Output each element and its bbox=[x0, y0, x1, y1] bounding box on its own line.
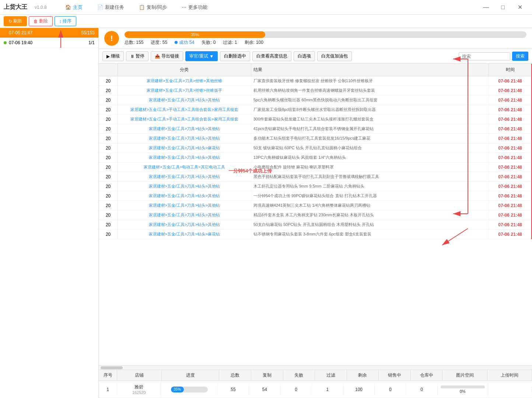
category-link[interactable]: 家居建材>五金/工具>刀具>钻头>其他钻 bbox=[149, 174, 220, 179]
cell-time: 07-06 21:48 bbox=[489, 163, 532, 172]
cell-result: 木工斜孔定位器专用钻头 9mm 9.5mm 二阶麻花钻 六角柄钻头 bbox=[251, 182, 489, 191]
bth-shop: 店铺 bbox=[117, 370, 162, 381]
result-link[interactable]: 精品6件套木盒装 木工六角柄支罗钻 230mm长麻花钻 木板开孔钻头 bbox=[253, 213, 374, 217]
cell-num: 20 bbox=[99, 191, 118, 201]
category-link[interactable]: 家居建材>五金/工具>刀具>丝锥>其他丝锥 bbox=[147, 78, 222, 83]
th-num bbox=[99, 64, 118, 76]
bottom-table-header: 序号 店铺 进度 总数 复制 失败 过滤 剩余 销售中 仓库中 图片空间 上传时… bbox=[99, 370, 532, 381]
cell-result: 黑色手捻钻配麻花钻套装手动打孔工具刻刻盒子管撸玻璃核触打眼工具 bbox=[251, 172, 489, 182]
category-link[interactable]: 家居建材>五金/工具>刀具>钻头>麻花钻 bbox=[149, 232, 220, 236]
white-view-button[interactable]: 白查看高度信息 bbox=[252, 51, 291, 61]
result-link[interactable]: 多功能木工钻头组套手电钻打孔工具套装批发16/15/9pcs建工麻花 bbox=[253, 136, 371, 140]
action-row: ▶ 继续 ⏸ 暂停 📤 导出链接 审官/重试 ▼ 白删除选中 白查看高度信息 bbox=[99, 49, 532, 64]
result-link[interactable]: 机用丝锥六角柄钻攻倒角一件复合丝锥高速钢螺旋开牙套丝钻头套装 bbox=[253, 88, 375, 92]
table-row: 20 家居建材>五金/工具>刀具>钻头>麻花钻 50支 镀钛麻花钻 60PC 钻… bbox=[99, 143, 532, 153]
search-wrap: 搜索 bbox=[459, 52, 528, 61]
nav-copy-sync[interactable]: 📋 复制/同步 bbox=[132, 0, 175, 15]
table-row: 20 家居建材>五金/工具>刀具>钻头>其他钻 41pcs含钻麻花钻头手电钻打孔… bbox=[99, 124, 532, 134]
task-count-0: 55/155 bbox=[81, 30, 95, 35]
table-row: 20 家居建材>五金/工具>刀具>钻头>其他钻 5pc六角柄断头螺丝取出器 60… bbox=[99, 95, 532, 105]
cell-num: 20 bbox=[99, 230, 118, 239]
refresh-button[interactable]: ↻ 刷新 bbox=[4, 16, 27, 26]
nav-more[interactable]: ⋯ 更多功能 bbox=[174, 0, 215, 15]
table-row: 20 家居建材>五金/工具>手动工具>工具组合套装>家用工具组套 300件套麻花… bbox=[99, 115, 532, 124]
white-recharge-button[interactable]: 白充值加油包 bbox=[317, 51, 352, 61]
success-stat: 成功 54 bbox=[175, 39, 194, 46]
category-link[interactable]: 家居建材>五金/工具>手动工具>工具组合套装>家用工具组套 bbox=[130, 117, 238, 121]
task-count-1: 1/1 bbox=[88, 40, 95, 45]
category-link[interactable]: 家居建材>五金/工具>刀具>钻头>麻花钻 bbox=[149, 146, 220, 150]
result-link[interactable]: 13PC六角柄镀钛麻花钻头 风批组套 1/4''六角柄钻头 bbox=[253, 155, 346, 160]
cell-category: 家居建材>五金/工具>刀具>钻头>其他钻 bbox=[118, 191, 251, 201]
shop-id: 162520 bbox=[120, 390, 158, 395]
close-button[interactable]: ✕ bbox=[511, 0, 528, 15]
cell-result: 50支白钻麻花钻 50PC钻头 开孔直钻圆柄组合 木用塑料钻头 开孔钻 bbox=[251, 220, 489, 230]
btd-total: 55 bbox=[218, 384, 249, 395]
task-item-0[interactable]: 07-06 21:47 55/155 bbox=[0, 28, 98, 38]
cell-time: 07-06 21:48 bbox=[489, 76, 532, 86]
result-link[interactable]: 黑色手捻钻配麻花钻套装手动打孔工具刻刻盒子管撸玻璃核触打眼工具 bbox=[253, 174, 379, 179]
cell-result: 多功能木工钻头组套手电钻打孔工具套装批发16/15/9pcs建工麻花 bbox=[251, 134, 489, 143]
sort-button[interactable]: ↕ 排序 bbox=[55, 16, 76, 26]
white-options-button[interactable]: 白选项 bbox=[294, 51, 315, 61]
result-link[interactable]: 跨境高速钢4241英制三尖木工钻 1/4六角柄整体麻花钻两刃两槽钻 bbox=[253, 203, 371, 207]
search-input[interactable] bbox=[459, 52, 510, 60]
cell-result: 厂家批发工业级8pc组套8件断头螺丝水管取出器断丝滑丝拆卸取出器 bbox=[251, 105, 489, 115]
continue-button[interactable]: ▶ 继续 bbox=[102, 51, 124, 61]
category-link[interactable]: 家居建材>五金/工具>刀具>钻头>其他钻 bbox=[149, 126, 220, 131]
task-status-dot-0 bbox=[4, 31, 7, 34]
result-link[interactable]: 5pc六角柄断头螺丝取出器 60mm黑色快脱电动六角断丝取出工具组套 bbox=[253, 98, 378, 102]
cell-time: 07-06 21:48 bbox=[489, 86, 532, 95]
task-item-1[interactable]: 07-06 19:40 1/1 bbox=[0, 38, 98, 48]
result-link[interactable]: 50支白钻麻花钻 50PC钻头 开孔直钻圆柄组合 木用塑料钻头 开孔钻 bbox=[253, 222, 374, 227]
category-link[interactable]: 家居建材>五金/工具>刀具>钻头>其他钻 bbox=[149, 136, 220, 140]
result-link[interactable]: 小电磨组合配件 旋转锉 麻花钻 喇叭罩塑料罩 bbox=[253, 165, 334, 169]
nav-new-task[interactable]: 📄 新建任务 bbox=[90, 0, 132, 15]
category-link[interactable]: 家居建材>五金/工具>手动工具>工具组合套装>家用工具组套 bbox=[130, 107, 238, 112]
cell-category: 家居建材>五金/工具>刀具>钻头>麻花钻 bbox=[118, 143, 251, 153]
cell-time: 07-06 21:48 bbox=[489, 143, 532, 153]
result-link[interactable]: 厂家批发工业级8pc组套8件断头螺丝水管取出器断丝滑丝拆卸取出器 bbox=[253, 107, 376, 112]
btd-copy: 54 bbox=[249, 384, 280, 395]
category-link[interactable]: 家居建材>五金/工具>刀具>钻头>其他钻 bbox=[149, 98, 220, 102]
cell-time: 07-06 21:48 bbox=[489, 191, 532, 201]
cell-time: 07-06 21:48 bbox=[489, 115, 532, 124]
cell-num: 20 bbox=[99, 163, 118, 172]
result-link[interactable]: 木工斜孔定位器专用钻头 9mm 9.5mm 二阶麻花钻 六角柄钻头 bbox=[253, 184, 364, 188]
th-time: 时间 bbox=[489, 64, 532, 76]
cell-num: 20 bbox=[99, 115, 118, 124]
copy-icon: 📋 bbox=[139, 4, 145, 10]
category-link[interactable]: 家居建材>五金/工具>电动工具>其它电动工具 bbox=[144, 165, 225, 169]
scroll-indicator[interactable] bbox=[99, 365, 532, 370]
search-button[interactable]: 搜索 bbox=[512, 52, 528, 61]
dropdown-icon: ▼ bbox=[209, 54, 214, 59]
category-link[interactable]: 家居建材>五金/工具>刀具>钻头>其他钻 bbox=[149, 193, 220, 198]
category-link[interactable]: 家居建材>五金/工具>刀具>钻头>其他钻 bbox=[149, 222, 220, 227]
result-link[interactable]: 300件套麻花钻头批发建工钻三尖木工钻头接杆涨胀打孔螺丝套装盒 bbox=[253, 117, 374, 121]
task-list: 07-06 21:47 55/155 07-06 19:40 1/1 bbox=[0, 28, 98, 398]
result-link[interactable]: 厂家直供套装板牙丝锥 修复螺纹丝攻 丝锥绞手 公制110件丝锥板牙 bbox=[253, 78, 373, 83]
result-link[interactable]: 一分钟54个成功上传 99PC镀钛麻花钻头组合 直钻 打孔钻木工开孔器 bbox=[253, 193, 377, 198]
export-link-button[interactable]: 📤 导出链接 bbox=[151, 51, 183, 61]
category-link[interactable]: 家居建材>五金/工具>刀具>钻头>其他钻 bbox=[149, 184, 220, 188]
nav-home[interactable]: 🏠 主页 bbox=[58, 0, 90, 15]
category-link[interactable]: 家居建材>五金/工具>刀具>钻头>其他钻 bbox=[149, 213, 220, 217]
data-table-wrap[interactable]: 分类 结果 时间 20 家居建材>五金/工具>刀具>丝锥>其他丝锥 厂家直供套装… bbox=[99, 64, 532, 365]
review-retry-button[interactable]: 审官/重试 ▼ bbox=[185, 51, 218, 61]
refresh-icon: ↻ bbox=[8, 19, 12, 24]
progress-bar-wrap: 35% bbox=[125, 31, 526, 38]
white-delete-button[interactable]: 白删除选中 bbox=[220, 51, 250, 61]
minimize-button[interactable]: — bbox=[477, 0, 494, 15]
scroll-thumb[interactable] bbox=[101, 366, 123, 369]
result-link[interactable]: 41pcs含钻麻花钻头手电钻打孔工具组合套装不锈钢金属开孔麻花钻 bbox=[253, 126, 374, 131]
maximize-button[interactable]: □ bbox=[494, 0, 511, 15]
btd-shop: 雅碧 162520 bbox=[117, 381, 161, 398]
result-link[interactable]: 50支 镀钛麻花钻 60PC 钻头 开孔钻孔直钻圆柄小麻花钻组合 bbox=[253, 146, 362, 150]
result-link[interactable]: 钻不锈钢专用麻花钻头套装 3-8mm六件套 6pc组套 塑盒6支装套装 bbox=[253, 232, 371, 236]
category-link[interactable]: 家居建材>五金/工具>刀具>丝锥>丝锥扳手 bbox=[147, 88, 222, 92]
table-row: 20 家居建材>五金/工具>刀具>丝锥>其他丝锥 厂家直供套装板牙丝锥 修复螺纹… bbox=[99, 76, 532, 86]
category-link[interactable]: 家居建材>五金/工具>刀具>钻头>其他钻 bbox=[149, 203, 220, 207]
delete-button[interactable]: 🗑 删除 bbox=[29, 16, 53, 26]
category-link[interactable]: 家居建材>五金/工具>刀具>钻头>其他钻 bbox=[149, 155, 220, 160]
pause-button[interactable]: ⏸ 暂停 bbox=[126, 51, 148, 61]
